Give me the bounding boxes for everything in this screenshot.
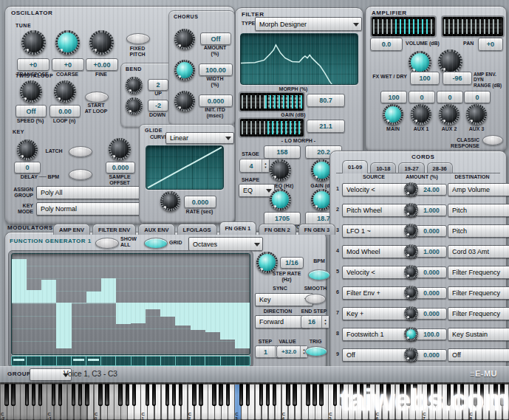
black-key[interactable] (32, 384, 35, 406)
bpm-button[interactable] (308, 269, 330, 280)
bpm-button[interactable] (69, 169, 92, 180)
fg-step-bar[interactable] (27, 290, 41, 303)
delay-value[interactable]: 0 (14, 162, 41, 173)
cord-destination-select[interactable]: Pitch (448, 224, 509, 238)
cords-tab-10-18[interactable]: 10-18 (370, 162, 396, 173)
send-value-main[interactable]: 100 (380, 91, 407, 103)
sample-offset-knob[interactable] (109, 138, 131, 160)
step-rate-knob[interactable] (256, 252, 278, 273)
glide-curve-select[interactable]: Linear (165, 132, 234, 144)
filter-morph-value[interactable]: 80.7 (307, 94, 345, 107)
fg-step-bar[interactable] (205, 303, 220, 332)
cord-amount-value[interactable]: 24.00 (416, 184, 447, 196)
fg-step-bar[interactable] (220, 303, 235, 340)
black-key[interactable] (126, 384, 129, 406)
cord-amount-value[interactable]: 1.000 (416, 246, 447, 258)
fg-step-cell[interactable] (12, 357, 27, 365)
trig-button[interactable] (305, 346, 327, 357)
black-key[interactable] (179, 384, 182, 406)
fg-step-bar[interactable] (41, 280, 56, 303)
pan-wheel[interactable] (441, 16, 505, 38)
black-key[interactable] (266, 384, 270, 406)
fg-step-cell[interactable] (161, 357, 176, 365)
cord-amount-value[interactable]: 0.000 (416, 266, 447, 278)
lo-freq-value[interactable]: 158 (264, 145, 301, 159)
grid-select[interactable]: Octaves (188, 237, 263, 251)
black-key[interactable] (58, 384, 62, 406)
fg-step-bar[interactable] (116, 303, 131, 324)
send-value-aux3[interactable]: 0 (464, 91, 491, 103)
fg-step-cell[interactable] (191, 357, 205, 365)
cord-amount-knob[interactable] (404, 182, 418, 196)
send-knob-aux2[interactable] (439, 104, 460, 125)
black-key[interactable] (273, 384, 276, 406)
volume-wheel[interactable] (370, 16, 437, 38)
volume-value[interactable]: 0.0 (370, 38, 403, 51)
black-key[interactable] (105, 384, 109, 406)
coarse-value[interactable]: +0 (52, 58, 84, 71)
send-knob-main[interactable] (383, 104, 403, 125)
latch-button[interactable] (69, 146, 92, 157)
filter-gain-value[interactable]: 21.1 (307, 120, 345, 133)
black-key[interactable] (172, 384, 176, 406)
black-key[interactable] (259, 384, 263, 406)
black-key[interactable] (165, 384, 169, 406)
start-at-loop-button[interactable] (85, 92, 109, 103)
black-key[interactable] (333, 384, 337, 406)
chorus-itd-knob[interactable] (174, 91, 195, 111)
fg-step-bar[interactable] (235, 303, 250, 348)
hi-freq-knob[interactable] (270, 189, 291, 210)
fg-step-strip[interactable] (11, 356, 250, 366)
chorus-amount-knob[interactable] (174, 29, 195, 49)
glide-rate-knob[interactable] (160, 191, 180, 211)
transpose-value[interactable]: +0 (17, 58, 49, 71)
bend-down-value[interactable]: -2 (148, 100, 168, 111)
filter-morph-wheel[interactable] (239, 92, 305, 112)
cord-destination-select[interactable]: Amp Volume (448, 183, 509, 196)
fg-step-cell[interactable] (57, 357, 72, 365)
black-key[interactable] (312, 384, 316, 406)
black-key[interactable] (98, 384, 102, 406)
fg-step-bar[interactable] (160, 303, 175, 317)
black-key[interactable] (4, 384, 8, 406)
fx-wet-dry-value[interactable]: 100 (410, 72, 440, 85)
chorus-width-knob[interactable] (174, 60, 195, 80)
assign-group-select[interactable]: Poly All (36, 186, 149, 199)
black-key[interactable] (199, 384, 202, 406)
black-key[interactable] (293, 384, 296, 406)
sample-offset-value[interactable]: 0.000 (106, 162, 135, 173)
black-key[interactable] (11, 384, 15, 406)
tab-fn-gen-1[interactable]: FN GEN 1 (219, 221, 257, 235)
fg-step-bar[interactable] (12, 259, 27, 303)
cords-tab-28-36[interactable]: 28-36 (427, 162, 453, 173)
cord-amount-knob[interactable] (404, 203, 418, 217)
black-key[interactable] (286, 384, 290, 406)
tab-fn-gen-2[interactable]: FN GEN 2 (259, 224, 296, 235)
chorus-width-value[interactable]: 100.00 (199, 63, 233, 76)
fg-step-bar[interactable] (56, 303, 71, 348)
cord-amount-knob[interactable] (404, 286, 418, 300)
chorus-itd-value[interactable]: 0.000 (199, 94, 233, 107)
cord-destination-select[interactable]: Cord 03 Amt (448, 245, 509, 258)
black-key[interactable] (226, 384, 230, 406)
cord-destination-select[interactable]: Filter Frequency (448, 266, 509, 279)
cord-amount-value[interactable]: 0.000 (416, 225, 447, 237)
tab-fn-gen-3[interactable]: FN GEN 3 (298, 224, 336, 235)
fg-step-cell[interactable] (101, 357, 116, 365)
black-key[interactable] (306, 384, 310, 406)
tab-filter-env[interactable]: FILTER ENV (92, 224, 136, 235)
send-knob-aux3[interactable] (466, 104, 487, 125)
fg-step-cell[interactable] (146, 357, 161, 365)
loop-knob[interactable] (54, 80, 76, 103)
send-value-aux2[interactable]: 0 (437, 91, 463, 103)
bend-up-value[interactable]: 2 (148, 79, 168, 91)
fg-step-bar[interactable] (86, 292, 101, 303)
dyn-range-knob[interactable] (438, 49, 462, 74)
chorus-amount-value[interactable]: Off (200, 32, 231, 45)
tab-lfo-lags[interactable]: LFO/LAGS (177, 224, 217, 235)
cord-amount-value[interactable]: 0.000 (416, 308, 447, 320)
end-step-spinner[interactable]: 16 (301, 315, 329, 328)
fg-step-bar[interactable] (175, 303, 190, 326)
black-key[interactable] (319, 384, 323, 406)
fg-step-cell[interactable] (41, 357, 56, 365)
